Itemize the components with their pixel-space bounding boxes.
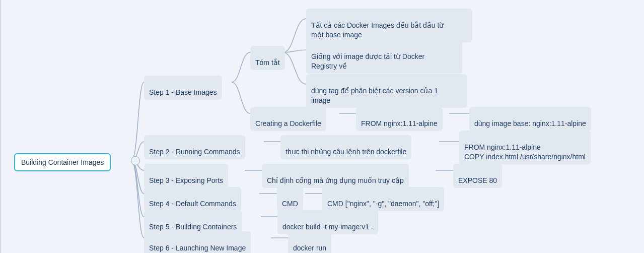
collapse-glyph: − (133, 158, 137, 164)
node-label: Step 6 - Launching New Image (149, 244, 246, 252)
node-step2[interactable]: Step 2 - Running Commands (144, 135, 245, 159)
node-step4[interactable]: Step 4 - Default Commands (144, 187, 241, 211)
node-label: FROM nginx:1.11-alpine COPY index.html /… (464, 143, 586, 161)
node-label: Creating a Dockerfile (255, 119, 321, 128)
collapse-toggle[interactable]: − (131, 156, 140, 165)
node-s3-desc[interactable]: Chỉ định cổng mà ứng dụng muốn truy cập (262, 164, 409, 188)
node-label: FROM nginx:1.11-alpine (361, 119, 438, 128)
node-label: Step 1 - Base Images (149, 88, 217, 96)
node-label: Step 3 - Exposing Ports (149, 176, 223, 184)
node-s4-cmd[interactable]: CMD (277, 187, 303, 211)
node-step6[interactable]: Step 6 - Launching New Image (144, 231, 251, 253)
node-summary-b[interactable]: Giống với image được tải từ Docker Regis… (306, 40, 462, 74)
node-label: Tất cả các Docker Images đều bắt đầu từ … (311, 21, 444, 39)
node-s6-cmd[interactable]: docker run (288, 231, 331, 253)
node-label: docker run (293, 244, 326, 252)
node-label: Step 5 - Building Containers (149, 223, 237, 231)
node-from-line[interactable]: FROM nginx:1.11-alpine (356, 107, 443, 131)
node-label: Step 2 - Running Commands (149, 148, 240, 156)
node-summary-c[interactable]: dùng tag để phân biệt các version của 1 … (306, 74, 467, 108)
node-s2-code[interactable]: FROM nginx:1.11-alpine COPY index.html /… (459, 131, 591, 164)
root-node[interactable]: Building Container Images (14, 153, 111, 171)
node-label: dùng image base: nginx:1.11-alpine (474, 119, 586, 128)
node-label: CMD (282, 200, 298, 208)
node-s4-example[interactable]: CMD ["nginx", "-g", "daemon", "off;"] (322, 187, 444, 211)
node-from-note[interactable]: dùng image base: nginx:1.11-alpine (469, 107, 591, 131)
node-label: CMD ["nginx", "-g", "daemon", "off;"] (327, 200, 439, 208)
node-label: EXPOSE 80 (458, 176, 497, 184)
node-label: thực thi những câu lệnh trên dockerfile (285, 148, 406, 156)
node-label: dùng tag để phân biệt các version của 1 … (311, 87, 438, 104)
node-step3[interactable]: Step 3 - Exposing Ports (144, 164, 228, 188)
node-label: Chỉ định cổng mà ứng dụng muốn truy cập (267, 176, 404, 184)
node-summary[interactable]: Tóm tắt (250, 46, 285, 70)
node-label: Step 4 - Default Commands (149, 200, 236, 208)
node-step5[interactable]: Step 5 - Building Containers (144, 210, 242, 234)
node-s3-code[interactable]: EXPOSE 80 (453, 164, 502, 188)
node-summary-a[interactable]: Tất cả các Docker Images đều bắt đầu từ … (306, 9, 472, 42)
node-step1[interactable]: Step 1 - Base Images (144, 76, 222, 100)
node-label: Tóm tắt (255, 58, 280, 67)
node-s5-cmd[interactable]: docker build -t my-image:v1 . (277, 210, 378, 234)
node-label: Giống với image được tải từ Docker Regis… (311, 52, 424, 70)
node-create-dockerfile[interactable]: Creating a Dockerfile (250, 107, 326, 131)
node-label: docker build -t my-image:v1 . (282, 223, 373, 231)
node-s2-desc[interactable]: thực thi những câu lệnh trên dockerfile (280, 135, 411, 159)
root-label: Building Container Images (21, 158, 104, 166)
